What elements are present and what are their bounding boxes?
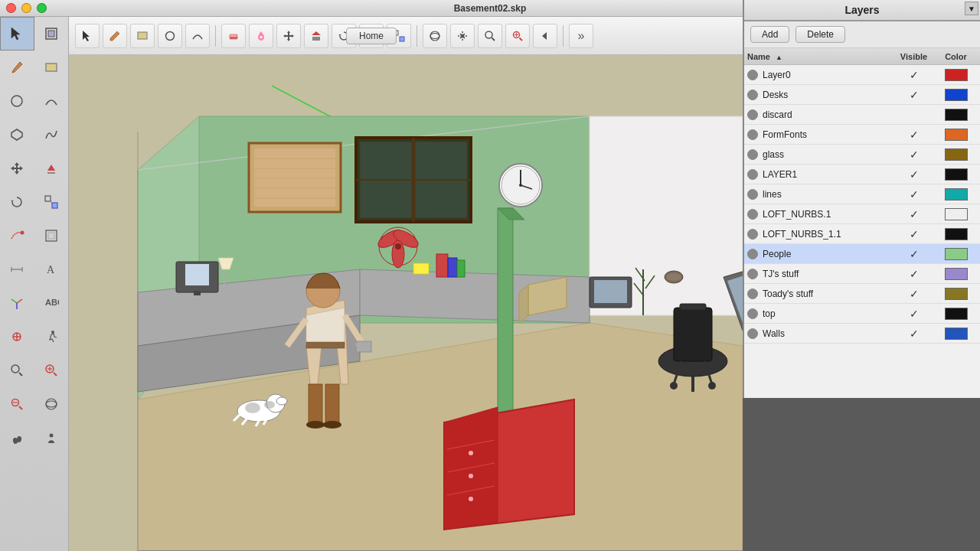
color-swatch[interactable] <box>945 148 968 161</box>
polygon-tool[interactable] <box>0 118 34 152</box>
layer-color-cell[interactable] <box>935 288 977 300</box>
layer-row[interactable]: lines✓ <box>744 184 980 204</box>
toolbar-circle[interactable] <box>158 24 182 48</box>
layer-row[interactable]: top✓ <box>744 304 980 324</box>
layer-color-cell[interactable] <box>935 208 977 220</box>
layers-corner-button[interactable]: ▼ <box>965 2 978 15</box>
section-tool[interactable] <box>0 320 34 354</box>
layer-color-cell[interactable] <box>935 228 977 240</box>
delete-layer-button[interactable]: Delete <box>795 26 845 43</box>
toolbar-zoom-window[interactable] <box>505 24 530 48</box>
color-swatch[interactable] <box>945 328 968 340</box>
layer-visibility-check[interactable]: ✓ <box>893 148 935 161</box>
minimize-button[interactable] <box>21 3 31 13</box>
rotate-tool[interactable] <box>0 185 34 219</box>
axes-tool[interactable] <box>0 286 34 320</box>
layer-row[interactable]: Desks✓ <box>744 85 980 105</box>
component-tool[interactable] <box>34 17 69 51</box>
toolbar-previous[interactable] <box>533 24 557 48</box>
home-button[interactable]: Home <box>346 28 397 44</box>
layer-visibility-check[interactable]: ✓ <box>893 268 935 280</box>
color-swatch[interactable] <box>945 268 968 280</box>
layer-visibility-check[interactable]: ✓ <box>893 228 935 240</box>
layer-visibility-check[interactable]: ✓ <box>893 208 935 220</box>
close-button[interactable] <box>6 3 16 13</box>
maximize-button[interactable] <box>37 3 47 13</box>
layer-color-cell[interactable] <box>935 328 977 340</box>
color-swatch[interactable] <box>945 308 968 320</box>
add-layer-button[interactable]: Add <box>750 26 789 43</box>
color-swatch[interactable] <box>945 248 968 260</box>
toolbar-move[interactable] <box>276 24 301 48</box>
layer-row[interactable]: Layer0✓ <box>744 65 980 85</box>
layer-color-cell[interactable] <box>935 188 977 201</box>
layer-color-cell[interactable] <box>935 268 977 280</box>
rectangle-tool[interactable] <box>34 51 69 84</box>
toolbar-orbit[interactable] <box>423 24 447 48</box>
push-pull-tool[interactable] <box>34 152 69 185</box>
footprint-tool[interactable] <box>0 421 34 455</box>
color-swatch[interactable] <box>945 168 968 181</box>
layer-color-cell[interactable] <box>935 69 977 81</box>
layer-visibility-check[interactable]: ✓ <box>893 69 935 81</box>
toolbar-eraser[interactable] <box>221 24 246 48</box>
orbit-tool[interactable] <box>34 387 69 421</box>
layer-visibility-check[interactable]: ✓ <box>893 89 935 101</box>
layer-color-cell[interactable] <box>935 129 977 141</box>
toolbar-rectangle[interactable] <box>130 24 155 48</box>
layer-visibility-check[interactable]: ✓ <box>893 308 935 320</box>
layer-row[interactable]: discard <box>744 105 980 125</box>
followme-tool[interactable] <box>0 219 34 253</box>
zoom-fit-tool[interactable] <box>0 387 34 421</box>
toolbar-pushpull[interactable] <box>304 24 328 48</box>
color-swatch[interactable] <box>945 228 968 240</box>
look-around-tool[interactable] <box>34 421 69 455</box>
arc-tool[interactable] <box>34 84 69 118</box>
color-swatch[interactable] <box>945 208 968 220</box>
scale-tool[interactable] <box>34 185 69 219</box>
toolbar-zoom[interactable] <box>478 24 502 48</box>
layer-color-cell[interactable] <box>935 109 977 121</box>
zoom-tool[interactable] <box>0 354 34 387</box>
layer-visibility-check[interactable]: ✓ <box>893 168 935 181</box>
select-tool[interactable] <box>0 17 34 51</box>
layer-row[interactable]: glass✓ <box>744 145 980 165</box>
offset-tool[interactable] <box>34 219 69 253</box>
layer-row[interactable]: LAYER1✓ <box>744 165 980 184</box>
layer-row[interactable]: LOFT_NURBS.1✓ <box>744 204 980 224</box>
layer-visibility-check[interactable]: ✓ <box>893 248 935 260</box>
layer-color-cell[interactable] <box>935 148 977 161</box>
layer-row[interactable]: Toady's stuff✓ <box>744 284 980 304</box>
layer-row[interactable]: TJ's stuff✓ <box>744 264 980 284</box>
layer-visibility-check[interactable]: ✓ <box>893 188 935 201</box>
layer-visibility-check[interactable]: ✓ <box>893 129 935 141</box>
move-tool[interactable] <box>0 152 34 185</box>
toolbar-more[interactable]: » <box>569 24 593 48</box>
layer-row[interactable]: People✓ <box>744 244 980 264</box>
layer-visibility-check[interactable]: ✓ <box>893 288 935 300</box>
tape-tool[interactable] <box>0 253 34 286</box>
text-tool[interactable]: A <box>34 253 69 286</box>
toolbar-arc[interactable] <box>185 24 210 48</box>
toolbar-pan[interactable] <box>450 24 475 48</box>
zoom-window-tool[interactable] <box>34 354 69 387</box>
layer-color-cell[interactable] <box>935 89 977 101</box>
color-swatch[interactable] <box>945 288 968 300</box>
toolbar-paint[interactable] <box>249 24 273 48</box>
color-swatch[interactable] <box>945 69 968 81</box>
layer-row[interactable]: FormFonts✓ <box>744 125 980 145</box>
color-swatch[interactable] <box>945 89 968 101</box>
color-swatch[interactable] <box>945 109 968 121</box>
freehand-tool[interactable] <box>34 118 69 152</box>
layer-row[interactable]: Walls✓ <box>744 324 980 344</box>
circle-tool[interactable] <box>0 84 34 118</box>
toolbar-pencil[interactable] <box>103 24 127 48</box>
pencil-tool[interactable] <box>0 51 34 84</box>
toolbar-select[interactable] <box>75 24 100 48</box>
layer-color-cell[interactable] <box>935 168 977 181</box>
layer-color-cell[interactable] <box>935 308 977 320</box>
color-swatch[interactable] <box>945 188 968 201</box>
main-viewport[interactable] <box>69 55 743 551</box>
layer-color-cell[interactable] <box>935 248 977 260</box>
walk-tool[interactable] <box>34 320 69 354</box>
